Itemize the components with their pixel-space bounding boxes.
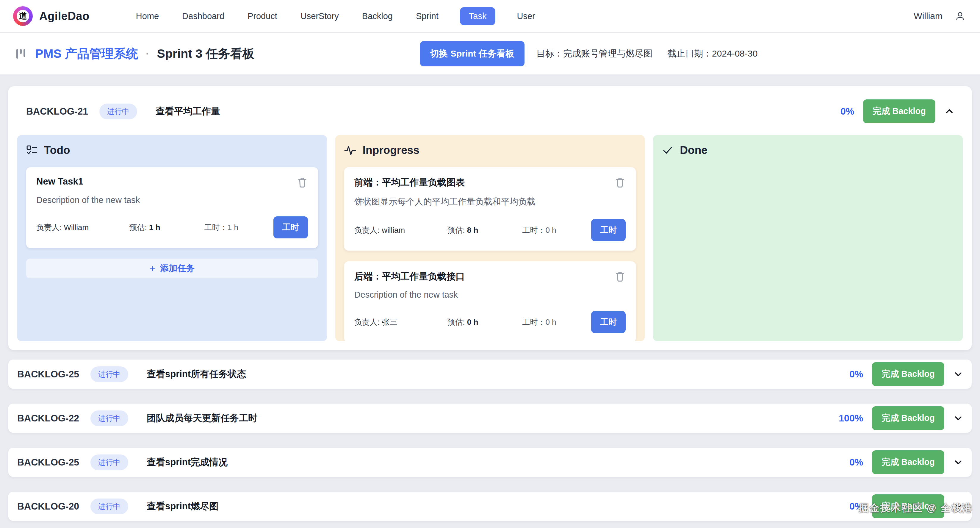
- backlog-id: BACKLOG-25: [17, 369, 79, 380]
- breadcrumb: PMS 产品管理系统 · Sprint 3 任务看板: [35, 46, 255, 62]
- chevron-up-icon[interactable]: [944, 106, 955, 116]
- task-description: Description of the new task: [354, 290, 626, 300]
- main-content: BACKLOG-21 进行中 查看平均工作量 0% 完成 Backlog: [0, 74, 980, 521]
- backlog-row-right: 100% 完成 Backlog: [839, 406, 963, 430]
- log-hours-button[interactable]: 工时: [591, 311, 626, 333]
- nav-item-home[interactable]: Home: [134, 7, 161, 25]
- task-meta: 负责人: 张三 预估: 0 h 工时：0 h 工时: [354, 311, 626, 333]
- chevron-down-icon[interactable]: [953, 369, 963, 379]
- backlog-header-right: 0% 完成 Backlog: [840, 99, 955, 123]
- chevron-down-icon[interactable]: [953, 501, 963, 511]
- task-card[interactable]: 前端：平均工作量负载图表 饼状图显示每个人的平均工作量负载和平均负载 负责人: …: [344, 167, 636, 250]
- log-hours-button[interactable]: 工时: [591, 219, 626, 241]
- add-task-button[interactable]: + 添加任务: [26, 258, 318, 278]
- backlog-row: BACKLOG-25 进行中 查看sprint完成情况 0% 完成 Backlo…: [8, 448, 972, 477]
- switch-sprint-board-button[interactable]: 切换 Sprint 任务看板: [420, 41, 525, 66]
- sprint-deadline-text: 截止日期：2024-08-30: [667, 48, 757, 60]
- backlog-row-right: 0% 完成 Backlog: [850, 362, 963, 386]
- brand[interactable]: 道 AgileDao: [13, 6, 89, 26]
- nav-items: Home Dashboard Product UserStory Backlog…: [134, 7, 537, 25]
- brand-logo-icon: 道: [13, 6, 33, 26]
- status-badge: 进行中: [91, 366, 128, 382]
- status-badge: 进行中: [91, 455, 128, 470]
- project-title-link[interactable]: PMS 产品管理系统: [35, 46, 138, 62]
- nav-item-product[interactable]: Product: [246, 7, 279, 25]
- complete-backlog-button[interactable]: 完成 Backlog: [872, 495, 944, 518]
- task-title: 前端：平均工作量负载图表: [354, 176, 465, 189]
- backlog-id: BACKLOG-20: [17, 501, 79, 512]
- complete-backlog-button[interactable]: 完成 Backlog: [872, 406, 944, 430]
- sprint-goal-text: 目标：完成账号管理与燃尽图: [536, 48, 652, 60]
- nav-item-dashboard[interactable]: Dashboard: [180, 7, 226, 25]
- nav-item-backlog[interactable]: Backlog: [360, 7, 395, 25]
- backlog-card-expanded: BACKLOG-21 进行中 查看平均工作量 0% 完成 Backlog: [8, 86, 972, 350]
- task-hours: 工时：0 h: [522, 225, 591, 235]
- backlog-title: 查看平均工作量: [156, 105, 220, 118]
- kanban-column-inprogress: Inprogress 前端：平均工作量负载图表 饼状图显示每个人的平均工作量负载…: [335, 135, 645, 341]
- progress-percent: 0%: [850, 501, 863, 512]
- chevron-down-icon[interactable]: [953, 457, 963, 467]
- kanban-icon: [13, 46, 29, 62]
- backlog-row: BACKLOG-22 进行中 团队成员每天更新任务工时 100% 完成 Back…: [8, 404, 972, 433]
- brand-logo-char: 道: [17, 10, 29, 22]
- delete-task-icon[interactable]: [297, 176, 308, 188]
- current-user-name: William: [914, 11, 942, 21]
- progress-percent: 0%: [850, 457, 863, 468]
- inprogress-column-title: Inprogress: [363, 144, 420, 156]
- user-profile-icon[interactable]: [955, 11, 965, 21]
- complete-backlog-button[interactable]: 完成 Backlog: [863, 99, 935, 123]
- kanban-column-done: Done: [653, 135, 963, 341]
- backlog-id: BACKLOG-21: [26, 106, 88, 117]
- complete-backlog-button[interactable]: 完成 Backlog: [872, 450, 944, 474]
- title-separator: ·: [146, 48, 149, 59]
- inprogress-column-header: Inprogress: [344, 144, 636, 156]
- backlog-header: BACKLOG-21 进行中 查看平均工作量 0% 完成 Backlog: [17, 95, 963, 128]
- backlog-title: 查看sprint完成情况: [147, 456, 228, 469]
- progress-percent: 0%: [840, 106, 854, 117]
- delete-task-icon[interactable]: [614, 270, 626, 282]
- nav-item-user[interactable]: User: [515, 7, 537, 25]
- nav-right: William: [914, 11, 967, 21]
- activity-icon: [344, 144, 356, 156]
- add-task-label: 添加任务: [160, 263, 194, 274]
- backlog-id: BACKLOG-22: [17, 413, 79, 424]
- nav-item-userstory[interactable]: UserStory: [299, 7, 340, 25]
- chevron-down-icon[interactable]: [953, 413, 963, 423]
- top-nav: 道 AgileDao Home Dashboard Product UserSt…: [0, 0, 980, 33]
- task-card[interactable]: 后端：平均工作量负载接口 Description of the new task…: [344, 261, 636, 341]
- backlog-row: BACKLOG-25 进行中 查看sprint所有任务状态 0% 完成 Back…: [8, 359, 972, 389]
- delete-task-icon[interactable]: [614, 176, 626, 188]
- task-owner: 负责人: William: [36, 222, 129, 233]
- backlog-id: BACKLOG-25: [17, 457, 79, 468]
- nav-item-sprint[interactable]: Sprint: [414, 7, 440, 25]
- page-header: PMS 产品管理系统 · Sprint 3 任务看板 切换 Sprint 任务看…: [0, 33, 980, 74]
- page-title: Sprint 3 任务看板: [157, 46, 255, 62]
- task-meta: 负责人: william 预估: 8 h 工时：0 h 工时: [354, 219, 626, 241]
- backlog-title: 查看sprint所有任务状态: [147, 368, 246, 380]
- backlog-row-right: 0% 完成 Backlog: [850, 450, 963, 474]
- task-description: 饼状图显示每个人的平均工作量负载和平均负载: [354, 196, 626, 208]
- backlog-row-right: 0% 完成 Backlog: [850, 495, 963, 518]
- todo-column-header: Todo: [26, 144, 318, 156]
- task-hours: 工时：0 h: [522, 317, 591, 327]
- done-column-header: Done: [662, 144, 954, 156]
- backlog-row: BACKLOG-20 进行中 查看sprint燃尽图 0% 完成 Backlog: [8, 492, 972, 521]
- log-hours-button[interactable]: 工时: [274, 216, 308, 238]
- task-hours: 工时：1 h: [204, 222, 274, 233]
- plus-icon: +: [150, 263, 155, 274]
- task-owner: 负责人: william: [354, 225, 447, 235]
- status-badge: 进行中: [99, 104, 137, 120]
- list-todo-icon: [26, 145, 38, 156]
- nav-item-task-active[interactable]: Task: [460, 7, 496, 25]
- task-title: New Task1: [36, 176, 83, 187]
- task-meta: 负责人: William 预估: 1 h 工时：1 h 工时: [36, 216, 308, 238]
- task-card[interactable]: New Task1 Description of the new task 负责…: [26, 167, 318, 248]
- task-title: 后端：平均工作量负载接口: [354, 270, 465, 283]
- done-column-title: Done: [680, 144, 708, 156]
- todo-column-title: Todo: [44, 144, 70, 156]
- complete-backlog-button[interactable]: 完成 Backlog: [872, 362, 944, 386]
- backlog-rows: BACKLOG-25 进行中 查看sprint所有任务状态 0% 完成 Back…: [8, 359, 972, 521]
- backlog-title: 查看sprint燃尽图: [147, 500, 218, 512]
- task-estimate: 预估: 0 h: [447, 317, 522, 327]
- brand-name: AgileDao: [39, 10, 89, 22]
